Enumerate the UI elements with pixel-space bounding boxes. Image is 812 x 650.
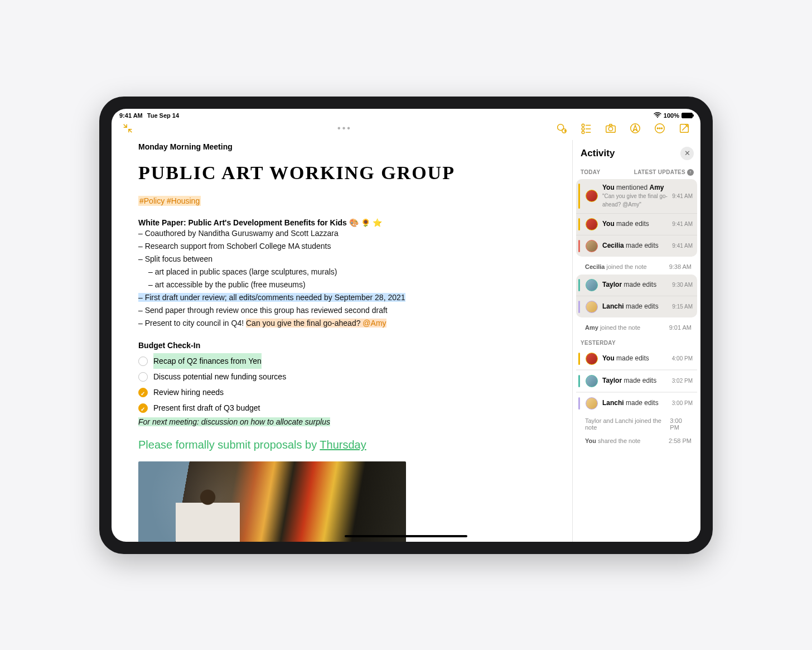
note-line[interactable]: – Present to city council in Q4! Can you…	[138, 317, 558, 330]
avatar	[586, 218, 598, 230]
check-label: Review hiring needs	[153, 384, 224, 400]
checkbox-unchecked-icon[interactable]	[138, 357, 148, 366]
check-label: Recap of Q2 finances from Yen	[153, 353, 262, 369]
check-item[interactable]: Recap of Q2 finances from Yen	[138, 353, 558, 369]
activity-group: Taylor made edits 9:30 AM Lanchi made ed…	[576, 275, 697, 317]
activity-time: 9:41 AM	[672, 221, 693, 227]
user-color-stripe	[578, 397, 580, 410]
activity-item[interactable]: Taylor made edits 3:02 PM	[576, 370, 697, 392]
activity-join-event: Amy joined the note9:01 AM	[576, 321, 697, 334]
activity-item[interactable]: You made edits 9:41 AM	[576, 213, 697, 235]
section-white-paper: White Paper: Public Art's Development Be…	[138, 218, 558, 227]
svg-point-0	[657, 117, 658, 118]
status-date: Tue Sep 14	[147, 112, 179, 119]
user-color-stripe	[578, 301, 580, 313]
check-item[interactable]: Discuss potential new funding sources	[138, 369, 558, 384]
note-line[interactable]: – art accessible by the public (free mus…	[138, 278, 558, 291]
checklist-icon[interactable]	[580, 122, 592, 134]
activity-item[interactable]: Lanchi made edits 9:15 AM	[576, 296, 697, 317]
user-color-stripe	[578, 375, 580, 387]
battery-percent: 100%	[664, 112, 679, 119]
note-line[interactable]: – Research support from Schoberl College…	[138, 240, 558, 253]
user-color-stripe	[578, 184, 580, 209]
activity-group: You mentioned Amy"Can you give the final…	[576, 179, 697, 257]
close-icon[interactable]: ✕	[680, 147, 694, 160]
note-line[interactable]: – art placed in public spaces (large scu…	[138, 266, 558, 278]
battery-icon	[682, 113, 693, 118]
activity-time: 4:00 PM	[672, 355, 693, 362]
activity-join-event: Cecilia joined the note9:38 AM	[576, 260, 697, 273]
note-line[interactable]: For next meeting: discussion on how to a…	[138, 416, 558, 428]
note-line[interactable]: – First draft under review; all edits/co…	[138, 291, 558, 304]
avatar	[586, 397, 598, 410]
mention-amy[interactable]: @Amy	[362, 319, 386, 328]
activity-yesterday-label: YESTERDAY	[581, 340, 616, 346]
activity-item[interactable]: You made edits 4:00 PM	[576, 348, 697, 370]
svg-point-12	[661, 128, 663, 129]
note-heading[interactable]: PUBLIC ART WORKING GROUP	[138, 162, 558, 184]
toolbar: •••	[112, 120, 700, 140]
collapse-sidebar-icon[interactable]	[122, 122, 134, 134]
svg-point-4	[582, 127, 584, 130]
check-item[interactable]: Review hiring needs	[138, 384, 558, 400]
note-line[interactable]: – Split focus between	[138, 253, 558, 266]
ipad-frame: 9:41 AM Tue Sep 14 100% ••• M	[99, 97, 713, 554]
avatar	[586, 279, 598, 291]
avatar	[586, 190, 598, 202]
status-time: 9:41 AM	[119, 112, 143, 119]
svg-point-10	[657, 128, 658, 129]
share-collab-icon[interactable]	[555, 122, 568, 134]
section-budget: Budget Check-In	[138, 341, 558, 350]
check-item[interactable]: Present first draft of Q3 budget	[138, 400, 558, 416]
activity-join-event: Taylor and Lanchi joined the note3:00 PM	[576, 414, 697, 434]
user-color-stripe	[578, 353, 580, 365]
activity-time: 9:41 AM	[672, 193, 693, 199]
note-tags[interactable]: #Policy #Housing	[138, 196, 201, 206]
activity-time: 9:15 AM	[672, 304, 693, 310]
checkbox-checked-icon[interactable]	[138, 403, 148, 413]
activity-item[interactable]: You mentioned Amy"Can you give the final…	[576, 179, 697, 213]
home-indicator[interactable]	[345, 535, 467, 537]
avatar	[586, 375, 598, 387]
activity-today-label: TODAY	[581, 169, 600, 176]
ipad-screen: 9:41 AM Tue Sep 14 100% ••• M	[112, 109, 700, 542]
activity-share-event: You shared the note2:58 PM	[576, 434, 697, 447]
more-icon[interactable]	[654, 122, 666, 134]
activity-item[interactable]: Lanchi made edits 3:00 PM	[576, 392, 697, 414]
note-folder-title: Monday Morning Meeting	[138, 142, 558, 151]
activity-title: Activity	[581, 148, 615, 159]
activity-panel: Activity ✕ TODAY LATEST UPDATES↑ You men…	[572, 140, 700, 542]
activity-time: 3:00 PM	[672, 400, 693, 406]
camera-icon[interactable]	[605, 122, 617, 134]
checkbox-checked-icon[interactable]	[138, 388, 148, 397]
activity-item[interactable]: Cecilia made edits 9:41 AM	[576, 235, 697, 257]
svg-point-7	[608, 127, 612, 131]
activity-group: You made edits 4:00 PM Taylor made edits…	[576, 348, 697, 414]
status-bar: 9:41 AM Tue Sep 14 100%	[112, 109, 700, 120]
user-color-stripe	[578, 279, 580, 291]
wifi-icon	[654, 112, 661, 119]
note-attached-photo[interactable]	[138, 461, 406, 541]
checkbox-unchecked-icon[interactable]	[138, 372, 148, 382]
toolbar-drag-handle[interactable]: •••	[144, 123, 545, 133]
note-line[interactable]: – Coauthored by Nanditha Guruswamy and S…	[138, 227, 558, 240]
markup-icon[interactable]	[629, 122, 641, 134]
user-color-stripe	[578, 218, 580, 230]
check-label: Discuss potential new funding sources	[153, 369, 286, 384]
activity-time: 9:30 AM	[672, 282, 693, 288]
compose-icon[interactable]	[678, 122, 690, 134]
note-line[interactable]: – Send paper through review once this gr…	[138, 304, 558, 317]
avatar	[586, 301, 598, 313]
note-editor[interactable]: Monday Morning Meeting PUBLIC ART WORKIN…	[112, 140, 572, 542]
handwriting-note[interactable]: Please formally submit proposals by Thur…	[138, 439, 558, 451]
avatar	[586, 240, 598, 252]
activity-item[interactable]: Taylor made edits 9:30 AM	[576, 275, 697, 296]
arrow-up-icon: ↑	[687, 169, 694, 176]
avatar	[586, 353, 598, 365]
svg-point-5	[582, 131, 584, 134]
check-label: Present first draft of Q3 budget	[153, 400, 260, 416]
user-color-stripe	[578, 240, 580, 252]
latest-updates-button[interactable]: LATEST UPDATES↑	[634, 169, 694, 176]
svg-point-3	[582, 124, 584, 127]
activity-time: 9:41 AM	[672, 243, 693, 249]
